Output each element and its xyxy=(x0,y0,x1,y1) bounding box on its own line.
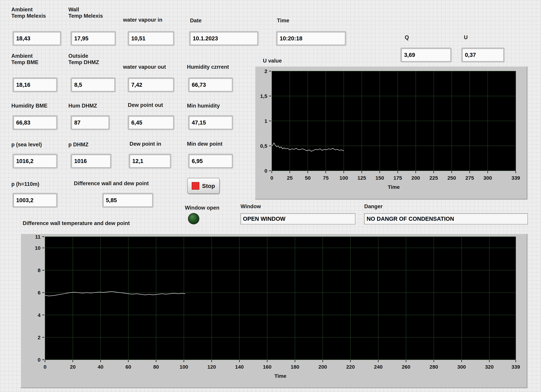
danger-indicator: NO DANGR OF CONDENSATION xyxy=(364,213,528,224)
wall-temp-melexis-value: 17,95 xyxy=(74,35,88,42)
svg-text:50: 50 xyxy=(305,175,311,181)
ambient-temp-melexis-value: 18,43 xyxy=(16,35,30,42)
svg-text:Time: Time xyxy=(274,373,286,379)
dew-point-in-value: 12,1 xyxy=(132,158,143,164)
p-sea-level-value: 1016,2 xyxy=(16,158,33,164)
svg-text:250: 250 xyxy=(447,175,456,181)
min-humidity-indicator: 47,15 xyxy=(189,116,232,129)
danger-label: Danger xyxy=(364,203,383,210)
water-vapour-out-value: 7,42 xyxy=(131,82,142,88)
diff-wall-dew-value: 5,85 xyxy=(106,197,117,204)
svg-text:300: 300 xyxy=(484,175,492,181)
difference-chart: 0204060801001201401601802002202402602803… xyxy=(21,234,527,387)
ambient-temp-melexis-label: Ambient Temp Melexis xyxy=(11,6,46,19)
ambient-temp-bme-value: 18,16 xyxy=(16,82,30,88)
svg-text:225: 225 xyxy=(429,175,438,181)
water-vapour-in-value: 10,51 xyxy=(131,35,146,42)
svg-text:339: 339 xyxy=(511,364,520,370)
svg-text:300: 300 xyxy=(457,364,466,370)
svg-text:100: 100 xyxy=(339,175,348,181)
svg-text:280: 280 xyxy=(430,364,438,370)
svg-text:180: 180 xyxy=(291,364,299,370)
svg-text:Time: Time xyxy=(388,184,400,190)
svg-text:40: 40 xyxy=(98,364,104,370)
ambient-temp-melexis-indicator: 18,43 xyxy=(13,32,61,45)
u-value: 0,37 xyxy=(465,52,476,58)
window-label: Window xyxy=(240,203,261,210)
dew-point-in-label: Dew point in xyxy=(130,141,161,147)
svg-text:8: 8 xyxy=(38,268,41,273)
q-indicator: 3,69 xyxy=(401,48,451,62)
humidity-current-label: Humidity czrrent xyxy=(187,64,229,70)
water-vapour-out-label: water vapour out xyxy=(123,64,166,70)
p-h110m-label: p (h=110m) xyxy=(11,181,39,187)
water-vapour-in-indicator: 10,51 xyxy=(129,32,173,45)
diff-wall-dew-label: Difference wall and dew point xyxy=(74,180,149,187)
svg-text:200: 200 xyxy=(411,175,420,181)
svg-text:220: 220 xyxy=(346,364,355,370)
svg-text:0: 0 xyxy=(270,175,273,181)
svg-text:339: 339 xyxy=(511,175,520,181)
date-value: 10.1.2023 xyxy=(193,35,218,42)
svg-text:100: 100 xyxy=(180,364,188,370)
svg-text:0: 0 xyxy=(38,357,41,363)
water-vapour-in-label: water vapour in xyxy=(123,17,162,23)
wall-temp-melexis-indicator: 17,95 xyxy=(72,32,115,45)
p-dhmz-label: p DHMZ xyxy=(68,142,88,148)
svg-text:1: 1 xyxy=(264,118,267,124)
humidity-bme-indicator: 66,83 xyxy=(13,116,57,129)
svg-text:140: 140 xyxy=(235,364,244,370)
svg-text:275: 275 xyxy=(465,175,474,181)
humidity-current-indicator: 66,73 xyxy=(189,78,232,91)
humidity-bme-label: Humidity BME xyxy=(11,103,47,109)
u-indicator: 0,37 xyxy=(462,48,504,62)
hum-dhmz-value: 87 xyxy=(74,119,81,126)
svg-text:75: 75 xyxy=(323,175,328,181)
svg-text:0,5: 0,5 xyxy=(260,143,267,149)
dew-point-out-indicator: 6,45 xyxy=(129,116,173,129)
svg-text:160: 160 xyxy=(263,364,271,370)
min-humidity-value: 47,15 xyxy=(192,119,206,126)
svg-text:320: 320 xyxy=(485,364,494,370)
outside-temp-dhmz-value: 8,5 xyxy=(74,82,82,88)
p-h110m-indicator: 1003,2 xyxy=(13,194,57,207)
difference-chart-frame: 0204060801001201401601802002202402602803… xyxy=(21,234,527,388)
svg-text:260: 260 xyxy=(402,364,410,370)
ambient-temp-bme-indicator: 18,16 xyxy=(13,78,57,91)
p-h110m-value: 1003,2 xyxy=(16,197,33,204)
stop-button[interactable]: Stop xyxy=(187,178,219,194)
svg-text:2: 2 xyxy=(38,335,41,340)
outside-temp-dhmz-indicator: 8,5 xyxy=(72,78,115,91)
svg-text:60: 60 xyxy=(125,364,131,370)
u-value-chart-title: U value xyxy=(263,58,282,64)
svg-text:25: 25 xyxy=(287,175,293,181)
svg-text:175: 175 xyxy=(393,175,402,181)
q-label: Q xyxy=(405,34,409,41)
difference-chart-title: Difference wall temperature and dew poin… xyxy=(23,220,130,227)
dew-point-out-value: 6,45 xyxy=(131,119,142,126)
time-indicator: 10:20:18 xyxy=(277,32,345,45)
ambient-temp-bme-label: Ambient Temp BME xyxy=(11,53,38,65)
window-open-led xyxy=(188,213,199,224)
window-indicator: OPEN WINDOW xyxy=(240,213,355,224)
svg-text:80: 80 xyxy=(153,364,159,370)
dew-point-in-indicator: 12,1 xyxy=(130,155,170,168)
date-label: Date xyxy=(190,17,202,24)
q-value: 3,69 xyxy=(404,52,415,58)
svg-text:2: 2 xyxy=(264,68,267,74)
u-value-chart: 025507510012515017520022525027530033900,… xyxy=(255,67,527,199)
min-dew-point-indicator: 6,95 xyxy=(189,155,232,168)
time-label: Time xyxy=(277,17,289,24)
svg-text:1,5: 1,5 xyxy=(260,93,267,99)
window-indicator-value: OPEN WINDOW xyxy=(243,216,285,222)
svg-text:20: 20 xyxy=(70,364,76,370)
p-dhmz-value: 1016 xyxy=(74,158,87,164)
hum-dhmz-label: Hum DHMZ xyxy=(68,103,97,109)
danger-indicator-value: NO DANGR OF CONDENSATION xyxy=(367,216,454,222)
humidity-current-value: 66,73 xyxy=(192,82,206,88)
hum-dhmz-indicator: 87 xyxy=(72,116,109,129)
dew-point-out-label: Dew point out xyxy=(128,102,163,108)
stop-button-label: Stop xyxy=(202,183,215,189)
svg-text:11: 11 xyxy=(35,234,41,240)
p-sea-level-label: p (sea level) xyxy=(11,142,42,148)
